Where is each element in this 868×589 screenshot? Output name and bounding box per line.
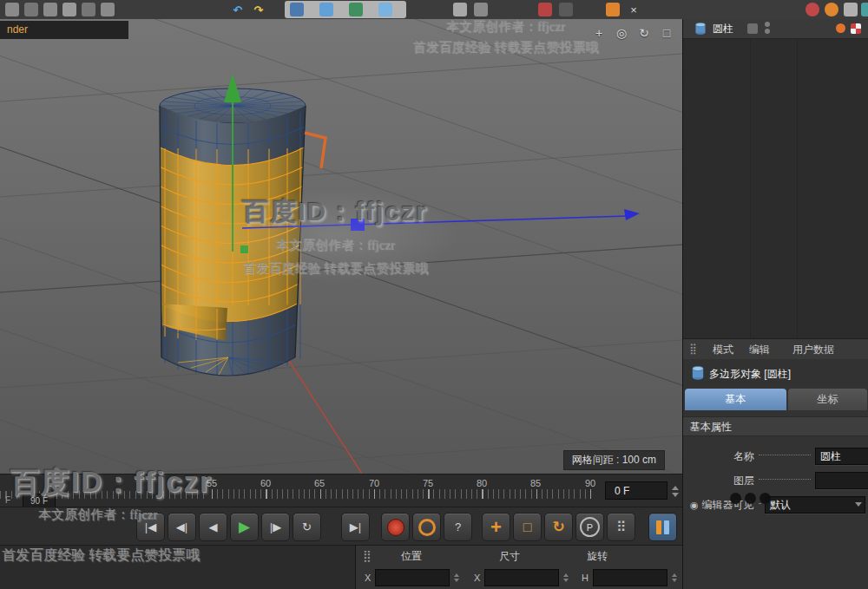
rotate-tool-button[interactable]: ↻	[544, 513, 573, 541]
goto-end-icon: ▶|	[350, 520, 361, 533]
radio-icon[interactable]: ◉	[690, 500, 699, 511]
timeline-tick-label: 75	[419, 478, 437, 488]
zoom-view-icon[interactable]: ◎	[615, 26, 628, 40]
cinema4d-window: ↶ ↷ ×	[0, 0, 868, 589]
range-start-label: F	[5, 495, 10, 505]
toolbar-icon[interactable]	[861, 3, 868, 16]
timeline[interactable]: 55 60 65 70 75 80 85 90 F 90 F 0 F	[0, 474, 682, 507]
position-x-group: X	[365, 569, 459, 586]
viewport-3d[interactable]: nder + ◎ ↻ □ 网格间距 : 100 cm	[0, 19, 682, 474]
primitive-tool-icon[interactable]	[349, 3, 363, 16]
stepper-up-icon[interactable]	[672, 486, 679, 490]
section-basic-properties[interactable]: 基本属性	[683, 416, 868, 436]
tab-basic[interactable]: 基本	[685, 389, 786, 410]
bottom-left-panel	[0, 545, 355, 589]
prev-key-button[interactable]: ◀|	[168, 513, 196, 541]
radius-handle[interactable]	[305, 133, 326, 168]
loop-button[interactable]: ↻	[293, 513, 321, 541]
object-row-cylinder[interactable]: 圆柱	[683, 19, 868, 39]
field-row-editor-visibility: ◉ 编辑器可见 默认	[683, 494, 868, 515]
tab-mode[interactable]: 模式	[713, 343, 733, 357]
editor-visibility-dropdown[interactable]: 默认	[765, 496, 865, 514]
toolbar-icon-orange[interactable]	[606, 3, 620, 16]
dots-grid-icon: ⠿	[616, 519, 627, 535]
enable-dot-icon[interactable]	[836, 23, 845, 33]
workplane-button[interactable]	[648, 513, 677, 541]
attribute-manager: ⣿ 模式 编辑 用户数据 多边形对象 [圆柱] 基本 坐标 基本属性 名称 圆柱	[683, 338, 868, 589]
tab-coordinates[interactable]: 坐标	[788, 389, 867, 410]
toolbar-icon-red[interactable]	[538, 3, 552, 16]
tab-userdata[interactable]: 用户数据	[792, 343, 834, 357]
axis-label: X	[365, 573, 371, 583]
pan-view-icon[interactable]: +	[592, 26, 606, 40]
coordinate-system-button[interactable]: P	[575, 513, 604, 541]
primitive-tool-icon[interactable]	[290, 3, 304, 16]
value-stepper[interactable]	[454, 573, 459, 582]
autokey-icon	[418, 519, 436, 536]
transport-bar: |◀ ◀| ◀ ▶ |▶ ↻ ▶| ? + □ ↻ P ⠿	[0, 507, 682, 546]
timeline-tick-label: 65	[311, 478, 328, 488]
viewport-scene	[0, 19, 682, 474]
record-keyframe-button[interactable]	[381, 513, 410, 541]
rotation-h-input[interactable]	[593, 569, 667, 586]
play-icon: ▶	[239, 518, 250, 536]
timeline-ruler[interactable]	[212, 489, 591, 499]
primitive-tool-icon[interactable]	[319, 3, 333, 16]
stepper-down-icon[interactable]	[672, 493, 679, 497]
size-x-input[interactable]	[484, 569, 559, 586]
layer-input[interactable]	[815, 472, 868, 489]
frame-stepper[interactable]	[670, 481, 680, 501]
toolbar-icon[interactable]	[24, 3, 38, 16]
toolbar-icon[interactable]	[82, 3, 95, 16]
display-checker-icon[interactable]	[851, 23, 861, 34]
move-tool-button[interactable]: +	[482, 513, 510, 541]
autokey-button[interactable]	[412, 513, 441, 541]
coordinates-panel: ⣿ 位置 尺寸 旋转 X X H	[355, 545, 682, 589]
axis-lock-grid-button[interactable]: ⠿	[607, 513, 635, 541]
move-icon: +	[490, 516, 502, 539]
rotate-view-icon[interactable]: ↻	[637, 26, 651, 40]
toolbar-icon[interactable]	[62, 3, 76, 16]
name-input[interactable]: 圆柱	[815, 448, 868, 465]
toolbar-icon[interactable]	[43, 3, 57, 16]
maximize-view-icon[interactable]: □	[660, 26, 674, 40]
tab-edit[interactable]: 编辑	[749, 343, 770, 357]
visibility-toggle-icons[interactable]	[765, 22, 770, 34]
object-name: 圆柱	[713, 22, 733, 36]
next-frame-button[interactable]: |▶	[261, 513, 290, 541]
toolbar-icon-orange[interactable]	[825, 3, 838, 16]
primitive-tool-icon[interactable]	[378, 3, 392, 16]
toolbar-icon[interactable]	[559, 3, 573, 16]
workplane-icon	[656, 520, 669, 534]
record-icon	[387, 519, 404, 536]
toolbar-icon-red[interactable]	[806, 3, 819, 16]
goto-start-button[interactable]: |◀	[136, 513, 165, 541]
toolbar-icon[interactable]	[5, 3, 19, 16]
position-x-input[interactable]	[375, 569, 450, 586]
toolbar-icon[interactable]	[101, 3, 115, 16]
toolbar-icon[interactable]	[453, 3, 467, 16]
undo-icon[interactable]: ↶	[231, 3, 245, 16]
scale-tool-button[interactable]: □	[513, 513, 542, 541]
size-x-group: X	[474, 569, 569, 586]
range-end-field[interactable]: 90 F	[23, 494, 56, 507]
value-stepper[interactable]	[672, 573, 677, 582]
toolbar-icon[interactable]	[474, 3, 488, 16]
value-stepper[interactable]	[563, 573, 569, 582]
current-frame-field[interactable]: 0 F	[605, 481, 667, 500]
goto-end-button[interactable]: ▶|	[341, 513, 370, 541]
layer-chip-icon[interactable]	[747, 23, 758, 34]
loop-icon: ↻	[302, 520, 312, 533]
timeline-tick-label: 85	[527, 478, 544, 488]
z-axis-handle[interactable]	[242, 209, 640, 231]
timeline-tick-label: 55	[203, 478, 220, 488]
right-panel: 圆柱 ⣿ 模式 编辑 用户数据 多边形对	[682, 19, 868, 589]
play-button[interactable]: ▶	[230, 513, 259, 541]
close-icon[interactable]: ×	[627, 3, 641, 16]
redo-icon[interactable]: ↷	[252, 3, 266, 16]
prev-frame-button[interactable]: ◀	[199, 513, 227, 541]
field-row-name: 名称 圆柱	[683, 446, 868, 467]
help-button[interactable]: ?	[444, 513, 472, 541]
toolbar-icon[interactable]	[844, 3, 858, 16]
p-icon: P	[587, 522, 593, 533]
